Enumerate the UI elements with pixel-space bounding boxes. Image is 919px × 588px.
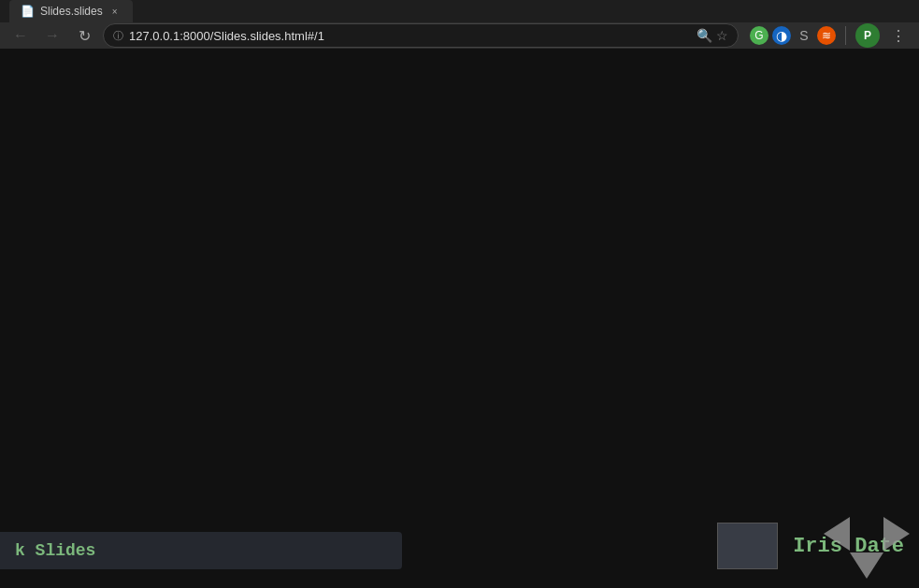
forward-button[interactable]: → — [39, 22, 65, 49]
tab-close-button[interactable]: × — [108, 5, 122, 18]
divider — [845, 26, 846, 45]
browser-extensions: G ◑ S ≋ — [750, 26, 836, 45]
active-tab[interactable]: 📄 Slides.slides × — [9, 0, 133, 22]
horizontal-arrows — [824, 517, 910, 551]
bookmark-icon[interactable]: ☆ — [716, 28, 728, 43]
navigation-arrows — [824, 517, 910, 579]
menu-button[interactable]: ⋮ — [885, 22, 912, 49]
slide-container: k Slides Iris Date — [0, 49, 919, 588]
vertical-arrows — [850, 551, 883, 579]
tab-bar: 📄 Slides.slides × — [0, 0, 919, 22]
extension-lines[interactable]: ≋ — [817, 26, 836, 45]
slide-thumbnail — [717, 523, 778, 569]
nav-bar: ← → ↻ ⓘ 127.0.0.1:8000/Slides.slides.htm… — [0, 22, 919, 49]
extension-circle[interactable]: ◑ — [772, 26, 791, 45]
arrow-down-button[interactable] — [850, 552, 883, 579]
search-icon[interactable]: 🔍 — [696, 28, 712, 43]
tab-favicon: 📄 — [21, 5, 35, 18]
address-bar[interactable]: ⓘ 127.0.0.1:8000/Slides.slides.html#/1 🔍… — [103, 23, 739, 48]
arrow-left-button[interactable] — [824, 517, 850, 551]
tab-title: Slides.slides — [40, 5, 103, 18]
left-label-text: k Slides — [15, 541, 95, 560]
profile-button[interactable]: P — [855, 23, 880, 48]
left-slide-label: k Slides — [0, 532, 402, 569]
browser-chrome: 📄 Slides.slides × ← → ↻ ⓘ 127.0.0.1:8000… — [0, 0, 919, 49]
extension-s[interactable]: S — [795, 26, 813, 45]
address-actions: 🔍 ☆ — [696, 28, 728, 43]
refresh-button[interactable]: ↻ — [71, 22, 97, 49]
lock-icon: ⓘ — [113, 29, 123, 43]
url-text: 127.0.0.1:8000/Slides.slides.html#/1 — [129, 29, 691, 43]
arrow-right-button[interactable] — [883, 517, 910, 551]
extension-g[interactable]: G — [750, 26, 768, 45]
back-button[interactable]: ← — [7, 22, 34, 49]
